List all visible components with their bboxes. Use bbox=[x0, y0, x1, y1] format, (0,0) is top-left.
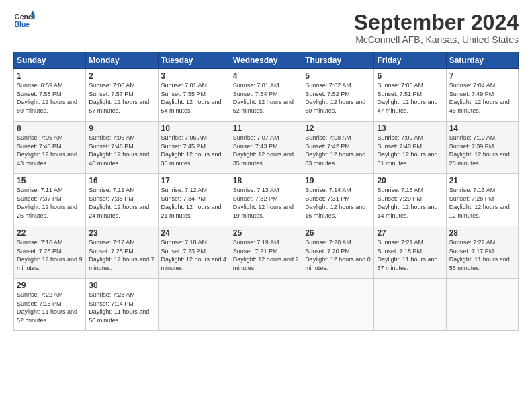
day-info: Sunrise: 7:06 AMSunset: 7:46 PMDaylight:… bbox=[89, 134, 154, 167]
day-number: 6 bbox=[377, 71, 443, 81]
day-header: Saturday bbox=[446, 52, 518, 69]
calendar-cell: 4 Sunrise: 7:01 AMSunset: 7:54 PMDayligh… bbox=[230, 69, 302, 122]
calendar-cell: 3 Sunrise: 7:01 AMSunset: 7:55 PMDayligh… bbox=[158, 69, 230, 122]
day-number: 2 bbox=[89, 71, 154, 81]
calendar-cell bbox=[158, 279, 230, 331]
day-info: Sunrise: 7:01 AMSunset: 7:55 PMDaylight:… bbox=[161, 81, 227, 115]
day-number: 11 bbox=[233, 124, 299, 133]
day-info: Sunrise: 7:02 AMSunset: 7:52 PMDaylight:… bbox=[305, 81, 371, 115]
calendar-cell: 5 Sunrise: 7:02 AMSunset: 7:52 PMDayligh… bbox=[302, 69, 374, 122]
calendar-cell: 29 Sunrise: 7:22 AMSunset: 7:15 PMDaylig… bbox=[14, 279, 86, 331]
day-info: Sunrise: 7:16 AMSunset: 7:26 PMDaylight:… bbox=[17, 238, 83, 272]
day-number: 28 bbox=[449, 228, 515, 238]
day-info: Sunrise: 7:11 AMSunset: 7:35 PMDaylight:… bbox=[89, 186, 154, 220]
calendar-cell: 25 Sunrise: 7:19 AMSunset: 7:21 PMDaylig… bbox=[230, 226, 302, 279]
day-number: 10 bbox=[161, 124, 227, 133]
day-number: 14 bbox=[449, 124, 515, 133]
day-number: 19 bbox=[305, 176, 371, 185]
calendar-cell: 12 Sunrise: 7:08 AMSunset: 7:42 PMDaylig… bbox=[302, 122, 374, 174]
calendar-cell bbox=[302, 279, 374, 331]
day-number: 17 bbox=[161, 176, 227, 185]
calendar-cell: 26 Sunrise: 7:20 AMSunset: 7:20 PMDaylig… bbox=[302, 226, 374, 279]
day-header: Wednesday bbox=[230, 52, 302, 69]
day-info: Sunrise: 7:08 AMSunset: 7:42 PMDaylight:… bbox=[305, 134, 371, 167]
day-number: 23 bbox=[89, 228, 154, 238]
day-info: Sunrise: 7:01 AMSunset: 7:54 PMDaylight:… bbox=[233, 81, 299, 115]
day-info: Sunrise: 7:22 AMSunset: 7:15 PMDaylight:… bbox=[17, 291, 83, 324]
day-header: Friday bbox=[374, 52, 446, 69]
day-number: 16 bbox=[89, 176, 154, 185]
title-block: September 2024 McConnell AFB, Kansas, Un… bbox=[354, 11, 519, 45]
day-header: Thursday bbox=[302, 52, 374, 69]
day-number: 27 bbox=[377, 228, 443, 238]
day-info: Sunrise: 7:20 AMSunset: 7:20 PMDaylight:… bbox=[305, 238, 371, 272]
day-number: 18 bbox=[233, 176, 299, 185]
day-info: Sunrise: 7:22 AMSunset: 7:17 PMDaylight:… bbox=[449, 238, 515, 272]
day-info: Sunrise: 7:00 AMSunset: 7:57 PMDaylight:… bbox=[89, 81, 154, 115]
day-header: Sunday bbox=[14, 52, 86, 69]
calendar-cell: 18 Sunrise: 7:13 AMSunset: 7:32 PMDaylig… bbox=[230, 174, 302, 226]
day-info: Sunrise: 7:19 AMSunset: 7:21 PMDaylight:… bbox=[233, 238, 299, 272]
day-info: Sunrise: 7:16 AMSunset: 7:28 PMDaylight:… bbox=[449, 186, 515, 220]
calendar-cell bbox=[446, 279, 518, 331]
day-info: Sunrise: 7:18 AMSunset: 7:23 PMDaylight:… bbox=[161, 238, 227, 272]
calendar-cell: 11 Sunrise: 7:07 AMSunset: 7:43 PMDaylig… bbox=[230, 122, 302, 174]
day-info: Sunrise: 7:04 AMSunset: 7:49 PMDaylight:… bbox=[449, 81, 515, 115]
calendar-cell: 9 Sunrise: 7:06 AMSunset: 7:46 PMDayligh… bbox=[86, 122, 158, 174]
day-number: 15 bbox=[17, 176, 83, 185]
calendar-cell: 8 Sunrise: 7:05 AMSunset: 7:48 PMDayligh… bbox=[14, 122, 86, 174]
day-number: 7 bbox=[449, 71, 515, 81]
calendar-cell bbox=[230, 279, 302, 331]
day-info: Sunrise: 7:03 AMSunset: 7:51 PMDaylight:… bbox=[377, 81, 443, 115]
day-number: 26 bbox=[305, 228, 371, 238]
day-info: Sunrise: 7:06 AMSunset: 7:45 PMDaylight:… bbox=[161, 134, 227, 167]
day-number: 24 bbox=[161, 228, 227, 238]
calendar-cell: 27 Sunrise: 7:21 AMSunset: 7:18 PMDaylig… bbox=[374, 226, 446, 279]
day-header: Monday bbox=[86, 52, 158, 69]
calendar-cell: 7 Sunrise: 7:04 AMSunset: 7:49 PMDayligh… bbox=[446, 69, 518, 122]
day-number: 25 bbox=[233, 228, 299, 238]
day-number: 29 bbox=[17, 281, 83, 290]
location: McConnell AFB, Kansas, United States bbox=[354, 34, 519, 45]
day-info: Sunrise: 7:15 AMSunset: 7:29 PMDaylight:… bbox=[377, 186, 443, 220]
month-title: September 2024 bbox=[354, 11, 519, 34]
calendar-cell: 10 Sunrise: 7:06 AMSunset: 7:45 PMDaylig… bbox=[158, 122, 230, 174]
calendar-cell: 24 Sunrise: 7:18 AMSunset: 7:23 PMDaylig… bbox=[158, 226, 230, 279]
day-number: 5 bbox=[305, 71, 371, 81]
calendar-cell: 20 Sunrise: 7:15 AMSunset: 7:29 PMDaylig… bbox=[374, 174, 446, 226]
day-info: Sunrise: 7:07 AMSunset: 7:43 PMDaylight:… bbox=[233, 134, 299, 167]
day-info: Sunrise: 7:13 AMSunset: 7:32 PMDaylight:… bbox=[233, 186, 299, 220]
calendar-cell: 23 Sunrise: 7:17 AMSunset: 7:25 PMDaylig… bbox=[86, 226, 158, 279]
day-number: 12 bbox=[305, 124, 371, 133]
calendar-cell: 1 Sunrise: 6:59 AMSunset: 7:58 PMDayligh… bbox=[14, 69, 86, 122]
day-info: Sunrise: 7:14 AMSunset: 7:31 PMDaylight:… bbox=[305, 186, 371, 220]
day-number: 22 bbox=[17, 228, 83, 238]
logo: General Blue bbox=[13, 11, 35, 30]
day-info: Sunrise: 6:59 AMSunset: 7:58 PMDaylight:… bbox=[17, 81, 83, 115]
day-info: Sunrise: 7:11 AMSunset: 7:37 PMDaylight:… bbox=[17, 186, 83, 220]
calendar-cell: 6 Sunrise: 7:03 AMSunset: 7:51 PMDayligh… bbox=[374, 69, 446, 122]
day-number: 30 bbox=[89, 281, 154, 290]
day-number: 20 bbox=[377, 176, 443, 185]
calendar-cell: 14 Sunrise: 7:10 AMSunset: 7:39 PMDaylig… bbox=[446, 122, 518, 174]
calendar-cell: 2 Sunrise: 7:00 AMSunset: 7:57 PMDayligh… bbox=[86, 69, 158, 122]
day-info: Sunrise: 7:09 AMSunset: 7:40 PMDaylight:… bbox=[377, 134, 443, 167]
calendar-cell: 15 Sunrise: 7:11 AMSunset: 7:37 PMDaylig… bbox=[14, 174, 86, 226]
day-number: 1 bbox=[17, 71, 83, 81]
calendar-cell: 19 Sunrise: 7:14 AMSunset: 7:31 PMDaylig… bbox=[302, 174, 374, 226]
day-header: Tuesday bbox=[158, 52, 230, 69]
calendar-cell: 30 Sunrise: 7:23 AMSunset: 7:14 PMDaylig… bbox=[86, 279, 158, 331]
svg-text:Blue: Blue bbox=[15, 21, 30, 28]
day-number: 21 bbox=[449, 176, 515, 185]
day-number: 9 bbox=[89, 124, 154, 133]
day-info: Sunrise: 7:12 AMSunset: 7:34 PMDaylight:… bbox=[161, 186, 227, 220]
day-info: Sunrise: 7:21 AMSunset: 7:18 PMDaylight:… bbox=[377, 238, 443, 272]
day-info: Sunrise: 7:10 AMSunset: 7:39 PMDaylight:… bbox=[449, 134, 515, 167]
calendar-cell: 22 Sunrise: 7:16 AMSunset: 7:26 PMDaylig… bbox=[14, 226, 86, 279]
calendar-cell: 16 Sunrise: 7:11 AMSunset: 7:35 PMDaylig… bbox=[86, 174, 158, 226]
day-number: 3 bbox=[161, 71, 227, 81]
calendar-table: SundayMondayTuesdayWednesdayThursdayFrid… bbox=[13, 52, 519, 331]
calendar-cell: 28 Sunrise: 7:22 AMSunset: 7:17 PMDaylig… bbox=[446, 226, 518, 279]
day-number: 13 bbox=[377, 124, 443, 133]
calendar-cell: 21 Sunrise: 7:16 AMSunset: 7:28 PMDaylig… bbox=[446, 174, 518, 226]
